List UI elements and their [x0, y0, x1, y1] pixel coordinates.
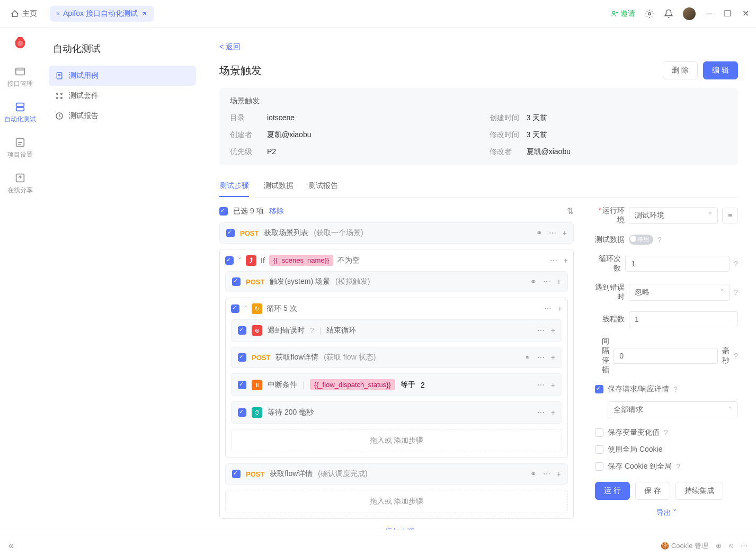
rail-item-share[interactable]: 在线分享 — [7, 172, 33, 195]
step-checkbox[interactable] — [232, 470, 241, 478]
more-icon[interactable]: ⋯ — [543, 470, 550, 478]
help-icon[interactable]: ? — [734, 259, 738, 268]
step-row[interactable]: POST 获取flow详情 (获取 flow 状态) ⚭⋯+ — [231, 347, 562, 368]
cookie-manage-link[interactable]: 🍪 Cookie 管理 — [661, 541, 708, 551]
save-button[interactable]: 保 存 — [635, 482, 670, 500]
export-link[interactable]: 导出 ˅ — [595, 508, 738, 518]
invite-button[interactable]: 邀请 — [611, 9, 635, 19]
env-select[interactable]: 测试环境˅ — [629, 207, 718, 224]
help-icon[interactable]: ? — [657, 236, 662, 244]
select-all-checkbox[interactable] — [219, 207, 228, 216]
plus-icon[interactable]: + — [557, 470, 561, 478]
sidebar-item-suite[interactable]: 测试套件 — [49, 86, 196, 106]
help-icon[interactable]: ? — [676, 462, 680, 471]
collapse-sidebar-icon[interactable]: « — [8, 540, 14, 551]
sidebar-item-report[interactable]: 测试报告 — [49, 106, 196, 126]
env-menu-button[interactable]: ≡ — [722, 208, 738, 223]
more-icon[interactable]: ⋯ — [537, 326, 545, 335]
thread-input[interactable] — [629, 311, 738, 327]
checkbox-save-cookie[interactable] — [595, 462, 603, 471]
help-icon[interactable]: ? — [310, 326, 314, 335]
plus-icon[interactable]: + — [557, 277, 561, 286]
step-checkbox[interactable] — [238, 381, 246, 389]
remove-link[interactable]: 移除 — [269, 207, 284, 216]
step-row[interactable]: ⏸ 中断条件 | {{_flow_dispatch_status}} 等于 2 … — [231, 373, 562, 396]
rail-item-settings[interactable]: 项目设置 — [7, 137, 33, 159]
drag-add-step[interactable]: 拖入或 添加步骤 — [225, 490, 568, 513]
more-icon[interactable]: ⋯ — [537, 353, 545, 362]
sort-icon[interactable]: ⇅ — [567, 206, 574, 216]
help-icon[interactable]: ? — [734, 352, 738, 360]
sidebar-item-usecase[interactable]: 测试用例 — [49, 66, 196, 86]
plus-icon[interactable]: + — [551, 326, 555, 335]
step-row[interactable]: ⏱ 等待 200 毫秒 ⋯+ — [231, 401, 562, 424]
step-checkbox[interactable] — [238, 408, 246, 417]
more-icon[interactable]: ⋯ — [537, 381, 545, 389]
home-tab[interactable]: 主页 — [6, 7, 41, 21]
chevron-down-icon[interactable]: ˅ — [238, 256, 242, 265]
loop-block-header[interactable]: ˅ ↻ 循环 5 次 ⋯+ — [231, 303, 562, 314]
more-icon[interactable]: ⋯ — [543, 277, 550, 286]
more-icon[interactable]: ⋯ — [549, 229, 556, 237]
tab-data[interactable]: 测试数据 — [264, 176, 293, 197]
active-tab[interactable]: × Apifox 接口自动化测试 — [50, 6, 154, 22]
close-tab-icon[interactable]: × — [56, 10, 60, 17]
bell-icon[interactable] — [664, 9, 673, 19]
step-checkbox[interactable] — [225, 256, 234, 265]
step-checkbox[interactable] — [231, 304, 239, 313]
data-toggle[interactable]: 停用 — [629, 235, 653, 245]
more-icon[interactable]: ⋯ — [537, 408, 545, 417]
status-icon[interactable]: ⎋ — [729, 542, 733, 550]
checkbox-save-var[interactable] — [595, 428, 603, 437]
plus-icon[interactable]: + — [564, 256, 568, 265]
plus-icon[interactable]: + — [558, 304, 562, 313]
if-block-header[interactable]: ˅ ⤴ If {{_scenes_name}} 不为空 ⋯+ — [225, 255, 568, 266]
back-link[interactable]: < 返回 — [219, 42, 738, 52]
add-step-button[interactable]: + 添加步骤 — [219, 527, 574, 530]
more-icon[interactable]: ⋯ — [550, 256, 557, 265]
checkbox-save-resp[interactable] — [595, 385, 603, 393]
step-row[interactable]: POST 获取场景列表 (获取一个场景) ⚭⋯+ — [219, 222, 574, 244]
chevron-down-icon[interactable]: ˅ — [244, 304, 247, 313]
close-button[interactable]: ✕ — [741, 10, 750, 18]
plus-icon[interactable]: + — [563, 229, 567, 237]
step-row[interactable]: ⊗ 遇到错误时 ? | 结束循环 ⋯+ — [231, 319, 562, 342]
save-resp-mode-select[interactable]: 全部请求˅ — [608, 401, 738, 418]
step-checkbox[interactable] — [232, 277, 241, 286]
loop-input[interactable] — [625, 256, 730, 272]
delete-button[interactable]: 删 除 — [663, 61, 698, 79]
step-row[interactable]: POST 触发(system) 场景 (模拟触发) ⚭⋯+ — [225, 271, 568, 292]
step-checkbox[interactable] — [226, 229, 235, 237]
plus-icon[interactable]: + — [551, 381, 555, 389]
maximize-button[interactable]: ☐ — [723, 10, 732, 18]
checkbox-global-cookie[interactable] — [595, 445, 603, 454]
edit-button[interactable]: 编 辑 — [703, 61, 738, 79]
status-icon[interactable]: ⋯ — [741, 542, 748, 550]
run-button[interactable]: 运 行 — [595, 482, 630, 500]
plus-icon[interactable]: + — [551, 408, 555, 417]
link-icon[interactable]: ⚭ — [524, 353, 531, 362]
external-icon[interactable] — [141, 11, 147, 17]
more-icon[interactable]: ⋯ — [544, 304, 552, 313]
link-icon[interactable]: ⚭ — [530, 470, 537, 478]
drag-add-step[interactable]: 拖入或 添加步骤 — [231, 429, 562, 452]
tab-report[interactable]: 测试报告 — [308, 176, 338, 197]
delay-input[interactable] — [613, 348, 718, 364]
help-icon[interactable]: ? — [673, 385, 678, 393]
user-avatar[interactable] — [683, 7, 696, 20]
status-icon[interactable]: ⊕ — [716, 542, 722, 550]
rail-item-api[interactable]: 接口管理 — [7, 66, 33, 88]
step-checkbox[interactable] — [238, 326, 246, 335]
plus-icon[interactable]: + — [551, 353, 555, 362]
help-icon[interactable]: ? — [734, 288, 738, 297]
step-row[interactable]: POST 获取flow详情 (确认调度完成) ⚭⋯+ — [225, 463, 568, 485]
link-icon[interactable]: ⚭ — [530, 277, 537, 286]
error-select[interactable]: 忽略˅ — [629, 284, 730, 301]
help-icon[interactable]: ? — [664, 428, 668, 437]
step-checkbox[interactable] — [238, 353, 246, 362]
minimize-button[interactable]: ─ — [705, 10, 714, 18]
settings-icon[interactable] — [645, 9, 654, 19]
rail-item-autotest[interactable]: 自动化测试 — [4, 101, 36, 124]
link-icon[interactable]: ⚭ — [536, 229, 542, 237]
app-logo[interactable] — [11, 34, 30, 53]
